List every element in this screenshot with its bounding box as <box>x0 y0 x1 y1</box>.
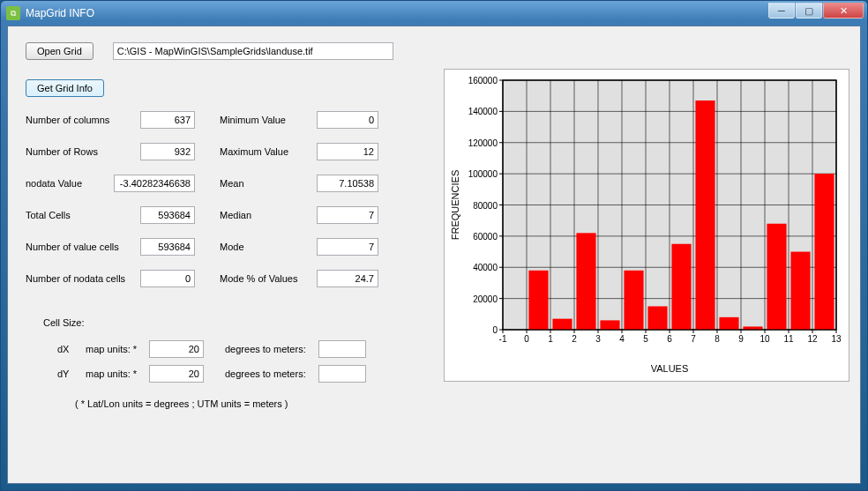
close-button[interactable]: ✕ <box>823 3 864 19</box>
dx-meters-field[interactable] <box>318 340 366 358</box>
app-window: ⧉ MapGrid INFO ─ ▢ ✕ Open Grid Get Grid … <box>0 0 868 491</box>
svg-rect-73 <box>528 271 548 330</box>
mode-label: Mode <box>220 242 317 252</box>
svg-text:8: 8 <box>715 334 720 344</box>
dx-label: dX <box>57 344 80 354</box>
dx-degtom-label: degrees to meters: <box>225 344 313 354</box>
stats-col-2: Minimum Value Maximum Value Mean Median … <box>220 104 378 294</box>
svg-rect-74 <box>552 319 572 330</box>
num-cols-field[interactable] <box>140 111 195 129</box>
svg-rect-77 <box>624 271 643 330</box>
dy-label: dY <box>57 368 80 379</box>
chart-svg: 0200004000060000800001000001200001400001… <box>445 70 849 381</box>
mean-field[interactable] <box>317 175 378 192</box>
svg-text:7: 7 <box>691 334 696 344</box>
histogram-chart: 0200004000060000800001000001200001400001… <box>444 69 849 382</box>
nodata-cells-field[interactable] <box>140 270 195 287</box>
window-title: MapGrid INFO <box>26 7 94 19</box>
units-note: ( * Lat/Lon units = degrees ; UTM units … <box>75 398 842 409</box>
median-field[interactable] <box>317 206 378 224</box>
dx-mapunits-label: map units: * <box>86 344 144 354</box>
total-cells-label: Total Cells <box>26 210 140 220</box>
mode-pct-field[interactable] <box>317 270 378 287</box>
dy-mapunits-label: map units: * <box>86 368 144 379</box>
num-cols-label: Number of columns <box>26 115 140 125</box>
file-path-field[interactable] <box>113 42 393 60</box>
svg-rect-80 <box>695 100 715 330</box>
svg-text:60000: 60000 <box>473 232 498 242</box>
nodata-cells-label: Number of nodata cells <box>26 273 140 284</box>
app-icon: ⧉ <box>6 6 20 20</box>
value-cells-label: Number of value cells <box>26 242 140 252</box>
dy-meters-field[interactable] <box>318 365 366 383</box>
stats-col-1: Number of columns Number of Rows nodata … <box>26 104 195 294</box>
num-rows-label: Number of Rows <box>26 146 140 157</box>
client-area: Open Grid Get Grid Info Number of column… <box>7 26 861 484</box>
svg-text:VALUES: VALUES <box>651 363 689 374</box>
svg-text:-1: -1 <box>499 334 507 344</box>
minimize-button[interactable]: ─ <box>768 3 795 19</box>
svg-rect-82 <box>743 326 762 330</box>
svg-rect-76 <box>600 320 619 330</box>
svg-text:3: 3 <box>595 334 601 344</box>
max-label: Maximum Value <box>220 146 317 157</box>
mode-field[interactable] <box>317 238 378 256</box>
min-field[interactable] <box>317 111 378 129</box>
max-field[interactable] <box>317 143 378 160</box>
dy-degtom-label: degrees to meters: <box>225 368 313 379</box>
svg-text:10: 10 <box>760 334 770 344</box>
svg-rect-84 <box>790 252 810 330</box>
dx-field[interactable] <box>149 340 204 358</box>
svg-text:FREQUENCIES: FREQUENCIES <box>450 170 460 240</box>
dy-field[interactable] <box>149 365 204 383</box>
nodata-label: nodata Value <box>26 178 114 189</box>
svg-rect-78 <box>647 306 667 330</box>
svg-text:5: 5 <box>643 334 648 344</box>
median-label: Median <box>220 210 317 220</box>
svg-text:140000: 140000 <box>468 107 498 116</box>
maximize-button[interactable]: ▢ <box>796 3 822 19</box>
nodata-field[interactable] <box>114 175 195 192</box>
window-controls: ─ ▢ ✕ <box>767 3 864 19</box>
open-grid-row: Open Grid <box>26 42 842 60</box>
mode-pct-label: Mode % of Values <box>220 273 317 284</box>
num-rows-field[interactable] <box>140 143 195 160</box>
svg-text:0: 0 <box>492 325 498 335</box>
get-grid-info-button[interactable]: Get Grid Info <box>26 79 104 97</box>
total-cells-field[interactable] <box>140 206 195 224</box>
svg-rect-75 <box>576 233 595 330</box>
svg-text:1: 1 <box>548 334 553 344</box>
svg-text:40000: 40000 <box>473 263 498 272</box>
mean-label: Mean <box>220 178 317 189</box>
open-grid-button[interactable]: Open Grid <box>26 42 94 60</box>
svg-text:13: 13 <box>831 334 842 344</box>
svg-text:80000: 80000 <box>473 201 498 211</box>
svg-text:20000: 20000 <box>473 294 498 304</box>
svg-rect-81 <box>719 317 738 330</box>
svg-rect-79 <box>671 244 691 330</box>
svg-rect-85 <box>814 174 834 330</box>
value-cells-field[interactable] <box>140 238 195 256</box>
svg-text:0: 0 <box>524 334 529 344</box>
svg-text:6: 6 <box>667 334 672 344</box>
svg-text:9: 9 <box>738 334 744 344</box>
svg-text:11: 11 <box>783 334 794 344</box>
svg-text:100000: 100000 <box>468 169 498 179</box>
min-label: Minimum Value <box>220 115 317 125</box>
svg-text:12: 12 <box>807 334 818 344</box>
titlebar[interactable]: ⧉ MapGrid INFO ─ ▢ ✕ <box>1 1 867 26</box>
svg-rect-83 <box>767 224 786 330</box>
svg-text:4: 4 <box>619 334 625 344</box>
svg-text:120000: 120000 <box>468 138 498 148</box>
svg-text:2: 2 <box>572 334 577 344</box>
svg-text:160000: 160000 <box>468 76 498 86</box>
